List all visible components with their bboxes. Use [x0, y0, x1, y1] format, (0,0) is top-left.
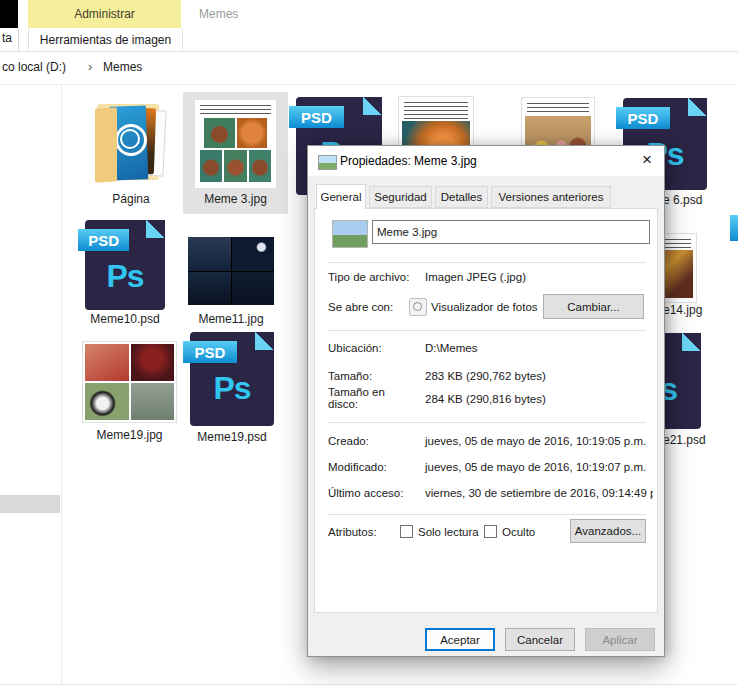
psd-fold-corner [363, 97, 382, 115]
meme-text [200, 104, 271, 116]
change-button[interactable]: Cambiar... [543, 294, 644, 319]
sidebar-selected-item[interactable] [0, 495, 60, 513]
hidden-checkbox[interactable] [484, 525, 497, 538]
close-icon[interactable]: × [630, 146, 664, 174]
file-meme11-thumbnail[interactable] [188, 237, 274, 305]
meme-panels-top [204, 118, 267, 148]
meme3-thumbnail [194, 99, 277, 189]
hidden-checkbox-label[interactable]: Oculto [502, 526, 535, 538]
photoshop-ps-glyph: Ps [190, 370, 274, 407]
file-meme21-label[interactable]: e21.psd [663, 433, 706, 447]
dialog-title: Propiedades: Meme 3.jpg [340, 154, 477, 168]
general-tab-panel: Tipo de archivo: Imagen JPEG (.jpg) Se a… [314, 208, 658, 613]
created-label: Creado: [328, 435, 369, 447]
psd-banner-cutoff-icon [730, 215, 738, 241]
tab-general[interactable]: General [316, 184, 366, 209]
cancel-button[interactable]: Cancelar [505, 628, 575, 651]
file-meme14-label[interactable]: e14.jpg [663, 303, 702, 317]
folder-pagina-label[interactable]: Página [95, 192, 167, 206]
pane-divider [61, 85, 62, 684]
meme-panel [232, 237, 275, 271]
file-meme6-label[interactable]: e 6.psd [663, 193, 702, 207]
tab-versiones-anteriores[interactable]: Versiones anteriores [491, 186, 611, 208]
dialog-titlebar[interactable]: Propiedades: Meme 3.jpg × [308, 146, 664, 176]
meme-panel [232, 272, 275, 306]
psd-fold-corner [682, 333, 701, 351]
psd-fold-corner [146, 220, 165, 238]
file-meme19jpg-label[interactable]: Meme19.jpg [82, 428, 177, 442]
location-value: D:\Memes [425, 342, 477, 354]
psd-banner: PSD [616, 107, 670, 129]
ribbon-separator [0, 51, 738, 52]
filename-input[interactable] [372, 220, 650, 244]
accessed-label: Último acceso: [328, 487, 403, 499]
meme-text [527, 102, 589, 114]
ribbon-contextual-tab-administrar[interactable]: Administrar [28, 0, 181, 28]
file-type-value: Imagen JPEG (.jpg) [425, 271, 526, 283]
breadcrumb-chevron-icon: › [88, 59, 92, 74]
psd-banner: PSD [78, 229, 129, 251]
opens-with-value: Visualizador de fotos de [431, 301, 541, 313]
ribbon-tab-partial[interactable]: ta [2, 31, 12, 45]
folder-front [95, 107, 117, 182]
file-meme19jpg-thumbnail[interactable] [82, 341, 177, 423]
file-meme3-label[interactable]: Meme 3.jpg [183, 192, 288, 206]
tab-detalles[interactable]: Detalles [435, 186, 488, 208]
meme-panel [200, 150, 222, 182]
readonly-checkbox[interactable] [400, 525, 413, 538]
photoshop-ps-glyph: Ps [85, 258, 165, 295]
location-label: Ubicación: [328, 342, 382, 354]
meme-panel [204, 118, 235, 148]
separator [327, 422, 646, 423]
meme-panels-bottom [200, 150, 271, 182]
logo-ring-inner [120, 129, 140, 149]
meme-panel [237, 118, 268, 148]
ribbon-divider [18, 28, 19, 51]
apply-button[interactable]: Aplicar [585, 628, 655, 651]
opens-with-label: Se abre con: [328, 301, 393, 313]
meme-panel [224, 150, 246, 182]
meme-panel [85, 383, 129, 420]
folder-pagina-icon[interactable] [95, 100, 167, 185]
photo-viewer-app-icon [409, 298, 427, 316]
meme-text [404, 101, 468, 119]
file-type-label: Tipo de archivo: [328, 271, 409, 283]
created-value: jueves, 05 de mayo de 2016, 10:19:05 p.m… [425, 435, 646, 447]
meme-panel [131, 344, 175, 381]
file-meme19psd-icon[interactable]: PSD Ps [190, 332, 274, 426]
size-on-disk-value: 284 KB (290,816 bytes) [425, 393, 546, 405]
size-on-disk-label: Tamaño en disco: [328, 386, 390, 410]
breadcrumb-location[interactable]: co local (D:) [2, 60, 66, 74]
meme-panel [188, 237, 231, 271]
readonly-checkbox-label[interactable]: Solo lectura [418, 526, 479, 538]
meme-panel [188, 272, 231, 306]
psd-banner: PSD [289, 106, 344, 128]
size-label: Tamaño: [328, 370, 372, 382]
ribbon-tab-herramientas-de-imagen[interactable]: Herramientas de imagen [28, 28, 183, 51]
attributes-label: Atributos: [328, 526, 377, 538]
file-meme10-psd-icon[interactable]: PSD Ps [85, 220, 165, 310]
meme-panel [131, 383, 175, 420]
ok-button[interactable]: Aceptar [425, 628, 495, 651]
file-meme11-label[interactable]: Meme11.jpg [188, 312, 274, 326]
modified-label: Modificado: [328, 461, 387, 473]
psd-fold-corner [688, 98, 707, 116]
meme-panel [85, 344, 129, 381]
advanced-button[interactable]: Avanzados... [570, 519, 646, 543]
image-file-icon [318, 155, 337, 170]
psd-fold-corner [255, 332, 274, 350]
tab-seguridad[interactable]: Seguridad [369, 186, 432, 208]
file-meme19psd-label[interactable]: Meme19.psd [190, 430, 274, 444]
breadcrumb-current-folder[interactable]: Memes [103, 60, 142, 74]
titlebar-corner [0, 0, 18, 28]
file-meme10-label[interactable]: Meme10.psd [85, 312, 165, 326]
separator [327, 330, 646, 331]
psd-banner: PSD [183, 341, 237, 363]
file-preview-thumbnail [332, 220, 368, 248]
statusbar-border [0, 684, 738, 685]
explorer-window: Administrar Memes ta Herramientas de ima… [0, 0, 738, 687]
separator [327, 514, 646, 515]
toolbar-bottom-border [0, 84, 738, 85]
file-meme3-selected-tile[interactable]: Meme 3.jpg [183, 92, 288, 214]
meme-panel [249, 150, 271, 182]
